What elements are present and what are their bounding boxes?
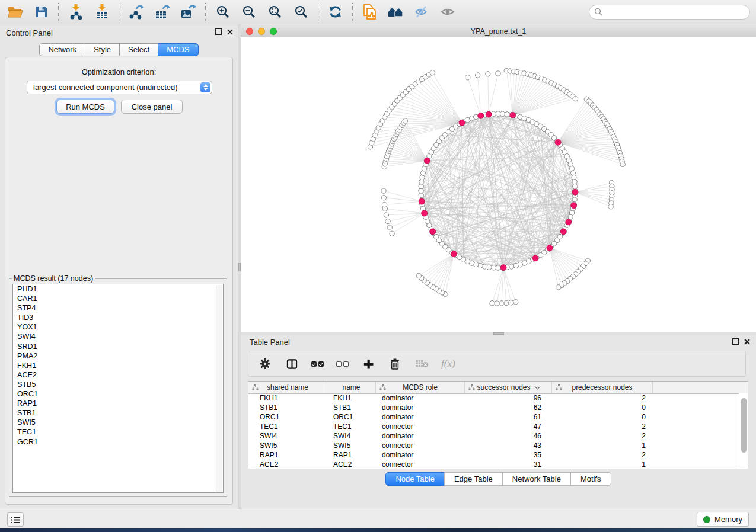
export-image-icon[interactable]	[179, 2, 197, 21]
graph-hub-node[interactable]	[566, 219, 572, 225]
mcds-result-item[interactable]: ORC1	[13, 389, 223, 399]
graph-hub-node[interactable]	[547, 245, 553, 251]
function-builder-icon[interactable]: f(x)	[441, 358, 455, 370]
column-header-successor-nodes[interactable]: successor nodes	[465, 382, 552, 393]
mcds-result-item[interactable]: TID3	[13, 313, 223, 322]
graph-node[interactable]	[490, 301, 495, 306]
show-columns-icon[interactable]	[285, 354, 299, 373]
graph-node[interactable]	[620, 162, 625, 166]
mcds-result-item[interactable]: SWI4	[13, 332, 223, 341]
graph-node[interactable]	[499, 301, 504, 306]
close-panel-icon[interactable]	[227, 29, 233, 35]
tab-mcds[interactable]: MCDS	[158, 43, 198, 56]
deselect-all-icon[interactable]	[336, 361, 349, 367]
graph-node[interactable]	[387, 225, 392, 230]
splitter-handle[interactable]	[493, 332, 504, 335]
tab-edge-table[interactable]: Edge Table	[444, 472, 503, 486]
optimization-select[interactable]: largest connected component (undirected)	[27, 81, 212, 94]
mcds-result-item[interactable]: FKH1	[13, 361, 223, 370]
delete-columns-icon[interactable]	[388, 354, 402, 373]
mcds-result-item[interactable]: STB1	[13, 408, 223, 418]
graph-hub-node[interactable]	[532, 255, 538, 261]
graph-node[interactable]	[403, 118, 407, 123]
graph-node[interactable]	[416, 273, 421, 278]
mcds-result-item[interactable]: TEC1	[13, 427, 223, 437]
tab-motifs[interactable]: Motifs	[570, 472, 611, 486]
column-header-name[interactable]: name	[327, 382, 376, 393]
run-mcds-button[interactable]: Run MCDS	[56, 100, 114, 114]
graph-hub-node[interactable]	[571, 203, 577, 209]
graph-hub-node[interactable]	[459, 120, 465, 126]
graph-node[interactable]	[465, 75, 470, 80]
tab-select[interactable]: Select	[119, 43, 158, 56]
mcds-result-item[interactable]: RAP1	[13, 399, 223, 408]
table-row[interactable]: FKH1FKH1dominator962	[248, 393, 739, 403]
export-table-icon[interactable]	[153, 2, 171, 21]
list-scrollbar[interactable]	[216, 285, 222, 492]
close-panel-icon[interactable]	[744, 339, 750, 345]
mcds-result-item[interactable]: PMA2	[13, 351, 223, 361]
mcds-result-item[interactable]: SRD1	[13, 342, 223, 351]
table-row[interactable]: SWI5SWI5connector431	[248, 441, 739, 450]
scrollbar-thumb[interactable]	[741, 398, 747, 453]
graph-hub-node[interactable]	[424, 158, 430, 164]
table-row[interactable]: RAP1RAP1dominator352	[248, 450, 739, 460]
graph-hub-node[interactable]	[422, 210, 428, 216]
memory-button[interactable]: Memory	[697, 512, 749, 527]
column-header-predecessor-nodes[interactable]: predecessor nodes	[552, 382, 653, 393]
table-row[interactable]: SWI4SWI4dominator462	[248, 431, 739, 441]
graph-hub-node[interactable]	[500, 265, 506, 271]
table-row[interactable]: ORC1ORC1dominator610	[248, 412, 739, 422]
graph-hub-node[interactable]	[451, 251, 457, 257]
mcds-result-item[interactable]: PHD1	[13, 284, 223, 294]
table-row[interactable]: ACE2ACE2connector311	[248, 460, 739, 469]
mcds-result-item[interactable]: SWI5	[13, 418, 223, 427]
import-table-icon[interactable]	[92, 2, 111, 21]
graph-node[interactable]	[430, 70, 435, 75]
hide-selection-icon[interactable]	[413, 2, 431, 21]
export-network-icon[interactable]	[127, 2, 145, 21]
network-canvas[interactable]	[241, 37, 756, 332]
graph-node[interactable]	[556, 285, 561, 290]
graph-hub-node[interactable]	[510, 112, 516, 118]
graph-hub-node[interactable]	[486, 111, 492, 117]
apply-layout-icon[interactable]	[326, 2, 344, 21]
float-panel-icon[interactable]	[732, 338, 739, 345]
mcds-result-item[interactable]: STP4	[13, 303, 223, 313]
save-session-icon[interactable]	[32, 2, 50, 21]
column-header-shared-name[interactable]: shared name	[248, 382, 327, 393]
graph-hub-node[interactable]	[419, 198, 425, 204]
graph-node[interactable]	[385, 219, 390, 223]
graph-node[interactable]	[381, 196, 386, 200]
mcds-result-item[interactable]: GCR1	[13, 437, 223, 447]
graph-hub-node[interactable]	[478, 113, 484, 118]
graph-hub-node[interactable]	[560, 229, 566, 235]
graph-node[interactable]	[382, 202, 387, 207]
zoom-out-icon[interactable]	[240, 2, 258, 21]
graph-hub-node[interactable]	[572, 189, 578, 195]
graph-node[interactable]	[486, 72, 490, 76]
delete-table-icon[interactable]	[414, 354, 429, 373]
close-panel-button[interactable]: Close panel	[121, 100, 183, 114]
graph-node[interactable]	[495, 301, 499, 306]
open-session-icon[interactable]	[6, 2, 24, 21]
table-scrollbar[interactable]	[739, 393, 748, 469]
tab-network-table[interactable]: Network Table	[502, 472, 571, 486]
show-all-icon[interactable]	[439, 2, 457, 21]
tab-style[interactable]: Style	[85, 43, 120, 56]
graph-node[interactable]	[513, 299, 518, 304]
first-neighbors-icon[interactable]	[387, 2, 405, 21]
task-monitor-button[interactable]	[7, 512, 24, 527]
graph-node[interactable]	[504, 300, 509, 305]
zoom-fit-icon[interactable]	[266, 2, 284, 21]
table-row[interactable]: STB1STB1dominator620	[248, 403, 739, 412]
mcds-result-item[interactable]: YOX1	[13, 322, 223, 332]
import-network-icon[interactable]	[66, 2, 85, 21]
float-panel-icon[interactable]	[215, 28, 222, 35]
select-all-icon[interactable]	[311, 361, 324, 367]
table-row[interactable]: TEC1TEC1connector472	[248, 422, 739, 431]
graph-node[interactable]	[475, 73, 480, 78]
mcds-result-item[interactable]: ACE2	[13, 370, 223, 380]
graph-node[interactable]	[608, 204, 613, 209]
tab-network[interactable]: Network	[39, 43, 85, 56]
